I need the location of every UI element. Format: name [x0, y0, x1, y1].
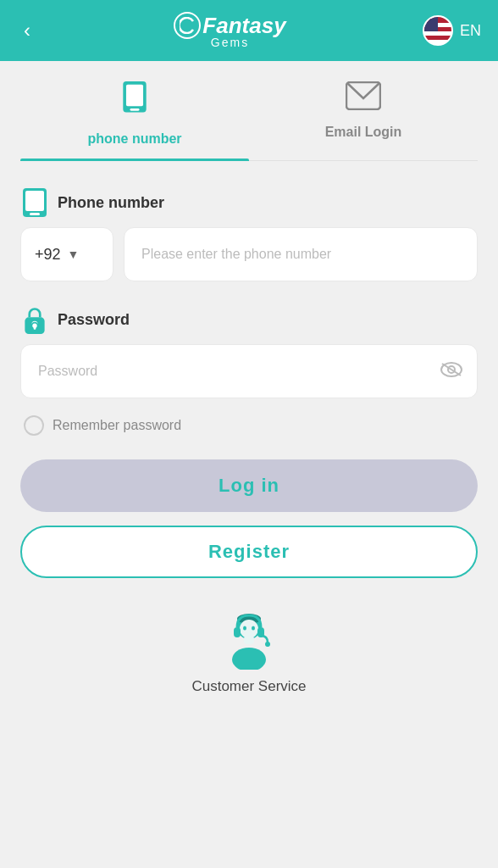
- flag-icon: [423, 15, 453, 46]
- svg-rect-24: [244, 636, 254, 644]
- svg-point-19: [243, 626, 246, 631]
- logo-gems-text: Gems: [211, 36, 249, 49]
- chevron-down-icon: ▼: [68, 248, 80, 261]
- back-button[interactable]: ‹: [17, 12, 37, 49]
- app-logo: Fantasy Gems: [174, 12, 285, 49]
- password-input-wrap: [20, 344, 478, 398]
- country-code-value: +92: [35, 246, 61, 264]
- svg-rect-5: [25, 191, 44, 211]
- customer-service-button[interactable]: Customer Service: [20, 609, 478, 695]
- tab-email-label: Email Login: [325, 125, 402, 140]
- svg-rect-6: [30, 213, 40, 215]
- svg-rect-2: [130, 108, 140, 111]
- email-tab-icon: [346, 81, 381, 118]
- phone-number-input[interactable]: [124, 227, 478, 281]
- remember-checkbox[interactable]: [24, 415, 44, 436]
- password-input[interactable]: [20, 344, 478, 398]
- svg-point-25: [265, 642, 270, 647]
- customer-service-icon: [219, 609, 279, 670]
- phone-tab-icon: [119, 81, 151, 125]
- remember-label: Remember password: [53, 418, 181, 433]
- eye-toggle-icon[interactable]: [440, 360, 462, 382]
- password-section-label: Password: [20, 305, 478, 334]
- language-label: EN: [460, 22, 481, 40]
- svg-point-23: [232, 648, 266, 670]
- logo-c-icon: [174, 12, 201, 39]
- svg-rect-21: [234, 627, 241, 637]
- tab-phone-label: phone number: [87, 131, 181, 147]
- logo-fantasy-text: Fantasy: [202, 13, 285, 39]
- svg-rect-12: [34, 326, 36, 330]
- login-tabs: phone number Email Login: [20, 61, 478, 161]
- password-label-text: Password: [58, 311, 130, 329]
- svg-point-18: [240, 620, 258, 638]
- phone-label-text: Phone number: [58, 194, 164, 212]
- customer-service-label: Customer Service: [191, 678, 306, 695]
- login-button[interactable]: Log in: [20, 459, 478, 512]
- tab-email[interactable]: Email Login: [249, 61, 478, 160]
- password-section: Password: [20, 305, 478, 398]
- password-lock-icon: [20, 305, 49, 334]
- app-header: ‹ Fantasy Gems EN: [0, 0, 498, 61]
- phone-section-label: Phone number: [20, 188, 478, 217]
- phone-input-row: +92 ▼: [20, 227, 478, 281]
- svg-rect-1: [126, 85, 143, 107]
- register-button[interactable]: Register: [20, 526, 478, 578]
- svg-point-20: [252, 626, 255, 631]
- country-code-button[interactable]: +92 ▼: [20, 227, 113, 281]
- tab-phone[interactable]: phone number: [20, 61, 249, 160]
- main-content: phone number Email Login Phone number +9…: [0, 61, 498, 729]
- phone-label-icon: [20, 188, 49, 217]
- language-selector[interactable]: EN: [423, 15, 481, 46]
- remember-password-row: Remember password: [20, 415, 478, 436]
